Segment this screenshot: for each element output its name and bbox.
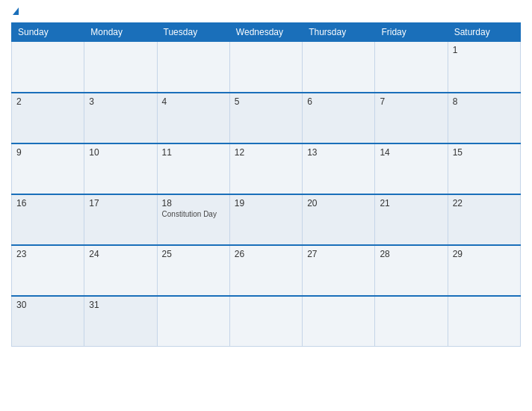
- calendar-cell: 11: [157, 143, 229, 194]
- day-number: 4: [162, 96, 225, 107]
- calendar-cell: 16: [12, 194, 84, 245]
- calendar-cell: 13: [303, 143, 375, 194]
- calendar-cell: 6: [303, 93, 375, 143]
- weekday-header-friday: Friday: [375, 23, 448, 42]
- calendar-cell: 14: [375, 143, 448, 194]
- weekday-header-thursday: Thursday: [303, 23, 375, 42]
- day-number: 3: [89, 96, 152, 107]
- day-number: 22: [453, 198, 516, 208]
- calendar-cell: 25: [157, 245, 229, 296]
- day-number: 7: [380, 96, 442, 107]
- day-number: 6: [307, 96, 370, 107]
- calendar-cell: 31: [84, 296, 157, 347]
- day-event: Constitution Day: [162, 210, 225, 218]
- calendar-cell: [84, 42, 157, 93]
- day-number: 1: [453, 45, 516, 55]
- calendar-body: 123456789101112131415161718Constitution …: [12, 42, 521, 347]
- calendar-cell: 30: [12, 296, 84, 347]
- weekday-header-saturday: Saturday: [448, 23, 520, 42]
- week-row-1: 1: [12, 42, 521, 93]
- day-number: 27: [307, 249, 370, 259]
- day-number: 15: [453, 147, 516, 158]
- calendar-cell: [375, 296, 448, 347]
- day-number: 9: [16, 147, 79, 158]
- day-number: 17: [89, 198, 152, 208]
- calendar-cell: 2: [12, 93, 84, 143]
- weekday-header-row: SundayMondayTuesdayWednesdayThursdayFrid…: [12, 23, 521, 42]
- day-number: 26: [235, 249, 297, 259]
- day-number: 21: [380, 198, 442, 208]
- week-row-2: 2345678: [12, 93, 521, 143]
- day-number: 30: [16, 300, 79, 310]
- day-number: 25: [162, 249, 225, 259]
- calendar-cell: 1: [448, 42, 520, 93]
- week-row-6: 3031: [12, 296, 521, 347]
- calendar-header-row: SundayMondayTuesdayWednesdayThursdayFrid…: [12, 23, 521, 42]
- calendar-cell: 12: [229, 143, 302, 194]
- calendar-cell: 21: [375, 194, 448, 245]
- calendar-cell: 15: [448, 143, 520, 194]
- week-row-5: 23242526272829: [12, 245, 521, 296]
- day-number: 8: [453, 96, 516, 107]
- calendar-cell: [303, 296, 375, 347]
- calendar-cell: 20: [303, 194, 375, 245]
- week-row-3: 9101112131415: [12, 143, 521, 194]
- calendar-cell: 22: [448, 194, 520, 245]
- calendar-cell: 19: [229, 194, 302, 245]
- calendar-cell: 26: [229, 245, 302, 296]
- day-number: 19: [235, 198, 297, 208]
- calendar-cell: [229, 42, 302, 93]
- weekday-header-tuesday: Tuesday: [157, 23, 229, 42]
- week-row-4: 161718Constitution Day19202122: [12, 194, 521, 245]
- calendar-container: SundayMondayTuesdayWednesdayThursdayFrid…: [0, 0, 532, 411]
- day-number: 2: [16, 96, 79, 107]
- calendar-grid: SundayMondayTuesdayWednesdayThursdayFrid…: [11, 22, 521, 347]
- calendar-cell: 10: [84, 143, 157, 194]
- calendar-cell: [157, 296, 229, 347]
- logo: [11, 7, 71, 16]
- weekday-header-sunday: Sunday: [12, 23, 84, 42]
- day-number: 23: [16, 249, 79, 259]
- day-number: 31: [89, 300, 152, 310]
- day-number: 11: [162, 147, 225, 158]
- calendar-cell: [303, 42, 375, 93]
- calendar-cell: 23: [12, 245, 84, 296]
- calendar-cell: 17: [84, 194, 157, 245]
- calendar-cell: 7: [375, 93, 448, 143]
- day-number: 13: [307, 147, 370, 158]
- calendar-cell: 9: [12, 143, 84, 194]
- calendar-cell: [12, 42, 84, 93]
- logo-triangle-icon: [13, 7, 19, 15]
- day-number: 5: [235, 96, 297, 107]
- weekday-header-monday: Monday: [84, 23, 157, 42]
- calendar-header: [11, 7, 521, 16]
- calendar-cell: 8: [448, 93, 520, 143]
- day-number: 20: [307, 198, 370, 208]
- calendar-cell: [229, 296, 302, 347]
- calendar-cell: 5: [229, 93, 302, 143]
- day-number: 10: [89, 147, 152, 158]
- calendar-cell: 18Constitution Day: [157, 194, 229, 245]
- calendar-cell: 27: [303, 245, 375, 296]
- day-number: 18: [162, 198, 225, 208]
- day-number: 24: [89, 249, 152, 259]
- calendar-cell: 3: [84, 93, 157, 143]
- day-number: 14: [380, 147, 442, 158]
- weekday-header-wednesday: Wednesday: [229, 23, 302, 42]
- day-number: 28: [380, 249, 442, 259]
- calendar-cell: 29: [448, 245, 520, 296]
- day-number: 12: [235, 147, 297, 158]
- calendar-cell: [375, 42, 448, 93]
- calendar-cell: 4: [157, 93, 229, 143]
- day-number: 16: [16, 198, 79, 208]
- calendar-cell: [448, 296, 520, 347]
- day-number: 29: [453, 249, 516, 259]
- calendar-cell: 28: [375, 245, 448, 296]
- calendar-cell: [157, 42, 229, 93]
- calendar-cell: 24: [84, 245, 157, 296]
